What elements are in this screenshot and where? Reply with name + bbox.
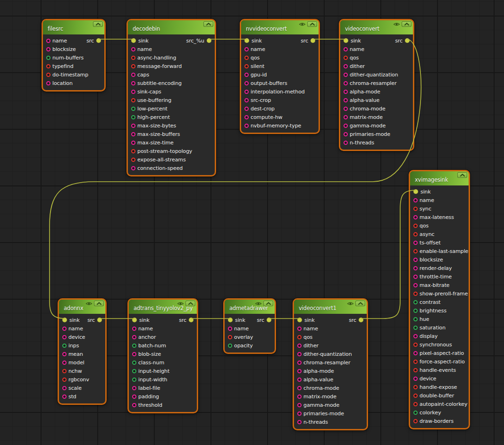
property-row[interactable]: show-preroll-frame: [410, 289, 469, 298]
property-row[interactable]: render-delay: [410, 264, 469, 272]
property-row[interactable]: device: [410, 374, 469, 383]
collapse-button[interactable]: [402, 21, 412, 27]
property-row[interactable]: num-buffers: [43, 53, 104, 62]
property-row[interactable]: padding: [129, 392, 197, 401]
property-row[interactable]: matrix-mode: [294, 392, 367, 401]
property-row[interactable]: qos: [340, 53, 413, 62]
property-row[interactable]: sync: [410, 204, 469, 213]
property-row[interactable]: input-height: [129, 367, 197, 375]
collapse-button[interactable]: [355, 301, 365, 306]
property-row[interactable]: message-forward: [128, 62, 215, 70]
property-row[interactable]: do-timestamp: [43, 70, 104, 79]
property-row[interactable]: subtitle-encoding: [128, 79, 215, 87]
property-row[interactable]: expose-all-streams: [128, 155, 215, 164]
property-row[interactable]: gamma-mode: [294, 401, 367, 409]
property-row[interactable]: nvbuf-memory-type: [241, 121, 319, 130]
port-row[interactable]: sinksrc: [59, 316, 105, 324]
node-videoconvert[interactable]: videoconvertsinksrcnameqosditherdither-q…: [339, 19, 414, 151]
property-row[interactable]: alpha-mode: [340, 87, 413, 96]
eye-icon[interactable]: [255, 301, 262, 306]
property-row[interactable]: blocksize: [410, 255, 469, 264]
collapse-button[interactable]: [263, 301, 273, 306]
property-row[interactable]: max-size-time: [128, 138, 215, 147]
property-row[interactable]: threshold: [129, 401, 197, 409]
property-row[interactable]: max-lateness: [410, 213, 469, 221]
property-row[interactable]: alpha-mode: [294, 367, 367, 375]
property-row[interactable]: class-num: [129, 358, 197, 367]
collapse-button[interactable]: [185, 301, 195, 306]
node-header[interactable]: decodebin: [128, 20, 215, 34]
node-header[interactable]: adtrans_tinyyolov2_py: [129, 300, 197, 314]
property-row[interactable]: gamma-mode: [340, 121, 413, 130]
sink-port[interactable]: [62, 318, 67, 322]
sink-port[interactable]: [132, 318, 137, 322]
property-row[interactable]: async: [410, 230, 469, 238]
property-row[interactable]: mean: [59, 350, 105, 358]
property-row[interactable]: chroma-resampler: [340, 79, 413, 87]
property-row[interactable]: chroma-mode: [340, 104, 413, 113]
collapse-button[interactable]: [93, 21, 103, 27]
property-row[interactable]: handle-expose: [410, 383, 469, 391]
property-row[interactable]: display: [410, 332, 469, 340]
property-row[interactable]: low-percent: [128, 104, 215, 113]
property-row[interactable]: name: [241, 45, 319, 53]
property-row[interactable]: model: [59, 358, 105, 367]
property-row[interactable]: max-bitrate: [410, 281, 469, 289]
port-row[interactable]: sinksrc: [294, 316, 367, 324]
src-port[interactable]: [359, 318, 363, 322]
property-row[interactable]: handle-events: [410, 366, 469, 374]
property-row[interactable]: throttle-time: [410, 272, 469, 281]
property-row[interactable]: primaries-mode: [340, 130, 413, 138]
property-row[interactable]: name: [340, 45, 413, 53]
property-row[interactable]: name: [410, 196, 469, 204]
sink-port[interactable]: [244, 38, 249, 43]
property-row[interactable]: qos: [241, 53, 319, 62]
property-row[interactable]: src-crop: [241, 96, 319, 104]
property-row[interactable]: anchor: [129, 333, 197, 341]
property-row[interactable]: name: [225, 324, 275, 333]
property-row[interactable]: name: [128, 45, 215, 53]
node-header[interactable]: nvvideoconvert: [241, 20, 319, 34]
property-row[interactable]: sink-caps: [128, 87, 215, 96]
sink-port[interactable]: [413, 189, 418, 194]
node-header[interactable]: videoconvert1: [294, 300, 367, 314]
node-decodebin[interactable]: decodebinsinksrc_%unameasync-handlingmes…: [126, 19, 216, 176]
node-header[interactable]: videoconvert: [340, 20, 413, 34]
property-row[interactable]: qos: [294, 333, 367, 341]
node-filesrc[interactable]: filesrcnamesrcblocksizenum-bufferstypefi…: [42, 19, 106, 92]
property-row[interactable]: max-size-buffers: [128, 130, 215, 138]
property-row[interactable]: brightness: [410, 306, 469, 315]
property-row[interactable]: draw-borders: [410, 417, 469, 425]
property-row[interactable]: max-size-bytes: [128, 121, 215, 130]
collapse-button[interactable]: [203, 21, 213, 27]
property-row[interactable]: saturation: [410, 323, 469, 332]
property-row[interactable]: overlay: [225, 333, 275, 341]
property-row[interactable]: std: [59, 392, 105, 401]
property-row[interactable]: high-percent: [128, 113, 215, 121]
sink-port[interactable]: [228, 318, 233, 322]
property-row[interactable]: qos: [410, 221, 469, 230]
property-row[interactable]: alpha-value: [340, 96, 413, 104]
property-row[interactable]: inps: [59, 341, 105, 350]
src-port[interactable]: [207, 38, 211, 43]
property-row[interactable]: colorkey: [410, 408, 469, 417]
src-port[interactable]: [189, 318, 193, 322]
property-row[interactable]: opacity: [225, 341, 275, 350]
node-adtrans_tinyyolov2_py[interactable]: adtrans_tinyyolov2_pysinksrcnameanchorba…: [127, 298, 198, 413]
eye-icon[interactable]: [85, 301, 92, 306]
node-header[interactable]: filesrc: [43, 20, 104, 34]
property-row[interactable]: double-buffer: [410, 391, 469, 400]
property-row[interactable]: dither: [294, 341, 367, 350]
port-row[interactable]: sinksrc: [241, 36, 319, 45]
graph-canvas[interactable]: filesrcnamesrcblocksizenum-bufferstypefi…: [0, 0, 504, 445]
property-row[interactable]: typefind: [43, 62, 104, 70]
property-row[interactable]: label-file: [129, 384, 197, 392]
property-row[interactable]: namesrc: [43, 36, 104, 45]
eye-icon[interactable]: [177, 301, 184, 306]
property-row[interactable]: blocksize: [43, 45, 104, 53]
property-row[interactable]: enable-last-sample: [410, 247, 469, 255]
collapse-button[interactable]: [307, 21, 317, 27]
sink-port[interactable]: [297, 318, 302, 322]
eye-icon[interactable]: [347, 301, 354, 306]
property-row[interactable]: dither: [340, 62, 413, 70]
